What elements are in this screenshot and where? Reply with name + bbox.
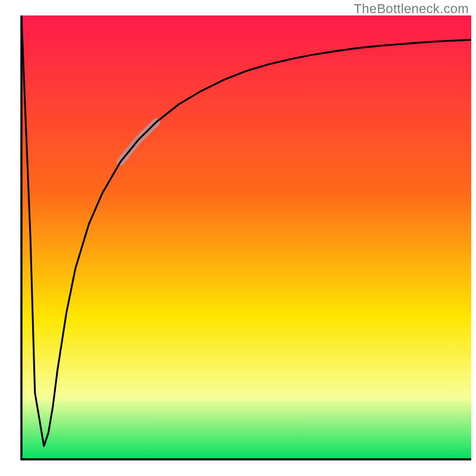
gradient-background [21, 15, 471, 459]
chart-container: { "attribution": "TheBottleneck.com", "c… [0, 0, 476, 476]
bottleneck-chart [0, 0, 476, 476]
